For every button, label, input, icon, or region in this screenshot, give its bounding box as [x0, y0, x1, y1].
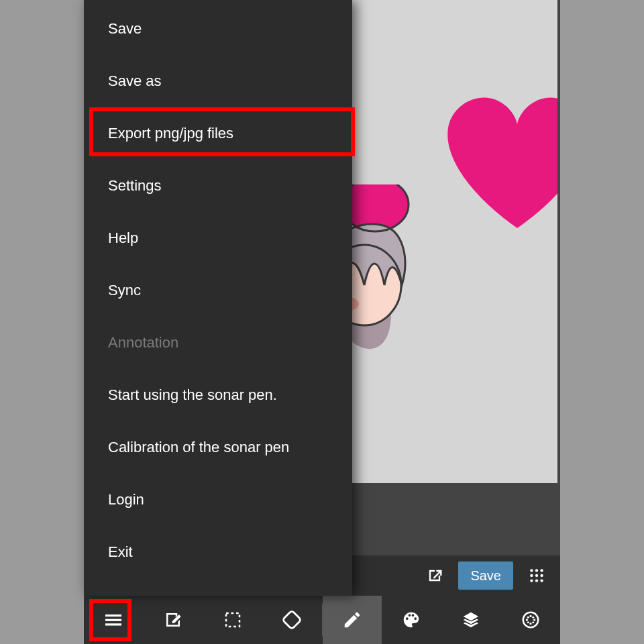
hamburger-menu-icon [103, 609, 124, 631]
canvas-heart-shape [437, 87, 557, 235]
menu-annotation: Annotation [84, 317, 352, 369]
open-external-button[interactable] [421, 561, 449, 590]
svg-point-10 [540, 574, 543, 577]
open-external-icon [425, 566, 444, 585]
svg-point-5 [530, 569, 533, 572]
app-window: Save [84, 0, 560, 644]
menu-sonar-pen-calibrate[interactable]: Calibration of the sonar pen [84, 421, 352, 474]
svg-point-7 [540, 569, 543, 572]
menu-sync[interactable]: Sync [84, 264, 352, 317]
svg-rect-15 [105, 619, 121, 621]
svg-point-12 [535, 579, 538, 582]
svg-point-24 [527, 616, 529, 619]
menu-sonar-pen-start[interactable]: Start using the sonar pen. [84, 369, 352, 421]
selection-dashed-icon [223, 610, 243, 630]
svg-point-19 [523, 612, 538, 628]
menu-save[interactable]: Save [84, 3, 352, 55]
tool-new[interactable] [144, 596, 203, 644]
menu-exit[interactable]: Exit [84, 526, 352, 578]
bottom-toolbar [84, 596, 560, 644]
main-menu-panel: SaveSave asExport png/jpg filesSettingsH… [84, 0, 352, 596]
svg-point-11 [530, 579, 533, 582]
tool-options[interactable] [500, 596, 560, 644]
pencil-tool-icon [342, 610, 362, 630]
svg-point-20 [529, 615, 531, 617]
tool-layers[interactable] [441, 596, 501, 644]
apps-grid-button[interactable] [523, 561, 551, 590]
layers-icon [461, 610, 481, 630]
svg-point-27 [532, 621, 534, 623]
tool-rotate[interactable] [262, 596, 322, 644]
rotate-icon [280, 608, 303, 631]
target-circle-icon [521, 610, 541, 630]
svg-point-6 [535, 569, 538, 572]
menu-help[interactable]: Help [84, 212, 352, 264]
svg-rect-16 [105, 623, 121, 625]
svg-rect-14 [105, 614, 121, 616]
svg-point-13 [540, 579, 543, 582]
grid-apps-icon [528, 567, 545, 584]
palette-icon [401, 610, 421, 630]
edit-new-icon [163, 610, 183, 630]
svg-rect-17 [226, 613, 239, 627]
save-button[interactable]: Save [458, 561, 513, 590]
svg-point-8 [530, 574, 533, 577]
tool-menu[interactable] [84, 596, 144, 644]
svg-point-25 [532, 616, 534, 619]
menu-export-png-jpg[interactable]: Export png/jpg files [84, 107, 352, 160]
svg-point-23 [533, 619, 535, 621]
svg-point-22 [525, 619, 527, 621]
svg-point-21 [529, 623, 531, 625]
menu-settings[interactable]: Settings [84, 160, 352, 212]
save-button-label: Save [470, 568, 501, 584]
tool-pencil[interactable] [323, 596, 382, 644]
svg-point-26 [527, 621, 529, 623]
svg-point-9 [535, 574, 538, 577]
menu-login[interactable]: Login [84, 474, 352, 526]
tool-palette[interactable] [382, 596, 441, 644]
tool-selection[interactable] [203, 596, 262, 644]
svg-rect-18 [282, 610, 301, 629]
menu-save-as[interactable]: Save as [84, 55, 352, 107]
